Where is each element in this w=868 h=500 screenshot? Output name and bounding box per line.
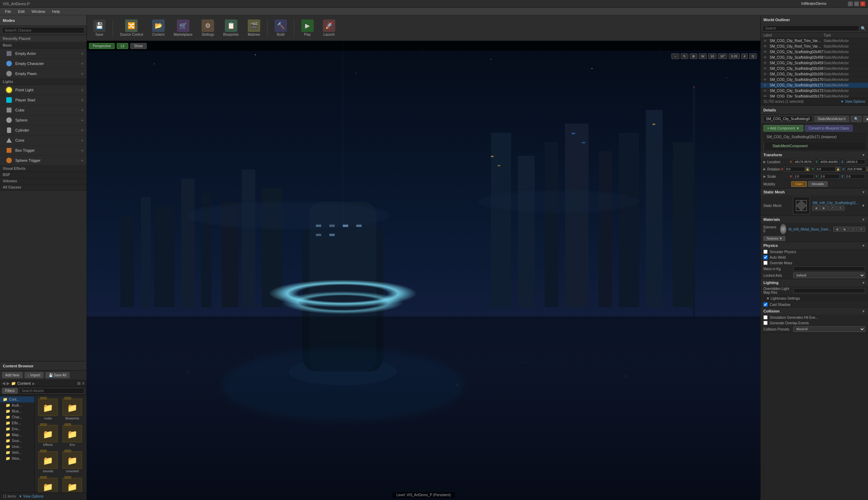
- dp-search-btn[interactable]: 🔍: [851, 116, 861, 122]
- place-item-player-start[interactable]: Player Start +: [0, 95, 87, 105]
- place-item-empty-actor[interactable]: Empty Actor +: [0, 49, 87, 59]
- build-button[interactable]: 🔨 Build: [271, 18, 290, 38]
- wo-row[interactable]: 👁 SM_COG_City_Scaffolding02b173 StaticMe…: [761, 94, 868, 98]
- wo-search-input[interactable]: [763, 25, 859, 31]
- physics-section-header[interactable]: Physics ▼: [761, 242, 868, 249]
- rotation-z-input[interactable]: [845, 167, 866, 172]
- tree-item-effects[interactable]: 📁 Effe...: [0, 420, 34, 426]
- place-item-sphere[interactable]: Sphere +: [0, 115, 87, 125]
- rotation-z-lock-icon[interactable]: 🔒: [866, 167, 868, 172]
- convert-bp-button[interactable]: Convert to Blueprint Class: [805, 125, 853, 132]
- wo-row[interactable]: 👁 SM_COG_City_Scaffolding02b169 StaticMe…: [761, 72, 868, 77]
- menu-help[interactable]: Help: [49, 9, 64, 14]
- mass-kg-input[interactable]: [793, 266, 865, 271]
- static-mesh-component-item[interactable]: StaticMeshComponent: [772, 143, 862, 149]
- content-path[interactable]: Content: [17, 381, 31, 385]
- perspective-btn[interactable]: Perspective: [89, 43, 115, 49]
- tree-item-audio[interactable]: 📁 Audi...: [0, 402, 34, 408]
- collision-presets-select[interactable]: BlockAll NoCollision OverlapAll: [793, 326, 865, 332]
- viewport-num2[interactable]: 10°: [718, 53, 728, 59]
- cast-shadow-checkbox[interactable]: [763, 302, 768, 307]
- dp-actor-name-input[interactable]: [763, 116, 812, 122]
- wo-row[interactable]: 👁 SM_COG_City_Scaffolding02b459 StaticMe…: [761, 60, 868, 66]
- viewport-translate-btn[interactable]: ↔: [671, 53, 679, 59]
- materials-section-header[interactable]: Materials ▼: [761, 216, 868, 223]
- empty-character-add[interactable]: +: [81, 61, 84, 66]
- mat-browse-btn[interactable]: ◀: [833, 227, 841, 232]
- lightmap-res-input[interactable]: [793, 288, 865, 293]
- wo-view-options[interactable]: ▼ View Options: [841, 100, 865, 103]
- mat-use-btn[interactable]: ▶: [841, 227, 849, 232]
- tree-item-blueprints[interactable]: 📁 Blue...: [0, 408, 34, 414]
- close-btn[interactable]: ×: [860, 1, 865, 6]
- collision-section-header[interactable]: Collision ▼: [761, 308, 868, 315]
- mesh-dropdown-icon[interactable]: ▼: [861, 203, 865, 208]
- sphere-trigger-add[interactable]: +: [81, 158, 84, 163]
- override-mass-checkbox[interactable]: [763, 261, 768, 265]
- show-btn[interactable]: Show: [130, 43, 147, 49]
- tree-item-content[interactable]: 📁 Cont...: [0, 397, 34, 402]
- asset-vehicle[interactable]: 📁 Vehicle: [85, 450, 87, 474]
- asset-maps[interactable]: 📁 Maps: [85, 424, 87, 448]
- import-button[interactable]: ↓ Import: [25, 372, 43, 378]
- mat-open-btn[interactable]: ↗: [849, 227, 857, 232]
- wo-row[interactable]: 👁 SM_COG_City_Roof_Trim_VarB_Middle419 S…: [761, 38, 868, 44]
- player-start-add[interactable]: +: [81, 97, 84, 103]
- cb-view-options[interactable]: ▼ View Options: [19, 494, 43, 498]
- mesh-clear-btn[interactable]: ✕: [837, 206, 844, 210]
- mesh-use-btn[interactable]: ▶: [820, 206, 828, 210]
- asset-vehicle2[interactable]: 📁 Vehicle: [37, 476, 59, 492]
- location-y-input[interactable]: [819, 159, 840, 164]
- viewport-num1[interactable]: 10: [708, 53, 716, 59]
- scale-x-input[interactable]: [793, 174, 814, 179]
- add-new-button[interactable]: Add New: [2, 372, 23, 378]
- wo-row-selected[interactable]: 👁 SM_COG_City_Scaffolding02b171 StaticMe…: [761, 83, 868, 88]
- place-item-cube[interactable]: Cube +: [0, 105, 87, 115]
- textures-dropdown-btn[interactable]: Textures ▼: [763, 236, 785, 241]
- location-z-input[interactable]: [844, 159, 865, 164]
- back-btn[interactable]: ◀: [2, 381, 5, 386]
- settings-button[interactable]: ⚙ Settings: [198, 18, 218, 38]
- place-item-empty-pawn[interactable]: Empty Pawn +: [0, 69, 87, 79]
- rotation-y-input[interactable]: [815, 167, 836, 172]
- place-item-sphere-trigger[interactable]: Sphere Trigger +: [0, 156, 87, 166]
- location-x-input[interactable]: [793, 159, 814, 164]
- sphere-add[interactable]: +: [81, 117, 84, 123]
- list-view-btn[interactable]: ≡: [82, 381, 84, 386]
- viewport-world-btn[interactable]: W: [699, 53, 707, 59]
- static-mesh-section-header[interactable]: Static Mesh ▼: [761, 189, 868, 195]
- asset-search-input[interactable]: [19, 388, 84, 394]
- tree-item-vehicle[interactable]: 📁 Vehi...: [0, 450, 34, 456]
- sim-generates-checkbox[interactable]: [763, 315, 768, 319]
- empty-pawn-add[interactable]: +: [81, 71, 84, 76]
- scale-z-input[interactable]: [844, 174, 865, 179]
- wo-row[interactable]: 👁 SM_COG_City_Scaffolding02b458 StaticMe…: [761, 55, 868, 60]
- tree-item-maps[interactable]: 📁 Map...: [0, 432, 34, 438]
- tree-item-weapons[interactable]: 📁 Wea...: [0, 456, 34, 461]
- empty-actor-add[interactable]: +: [81, 51, 84, 56]
- viewport-rotate-btn[interactable]: ↻: [681, 53, 688, 59]
- wo-row[interactable]: 👁 SM_COG_City_Roof_Trim_VarB_Middle420 S…: [761, 44, 868, 49]
- transform-section-header[interactable]: Transform ▼: [761, 151, 868, 158]
- place-item-cylinder[interactable]: Cylinder +: [0, 125, 87, 135]
- static-mobility-btn[interactable]: Static: [791, 181, 807, 187]
- mat-name[interactable]: M_Infil_Metal_Base_Dark...: [788, 227, 831, 231]
- maximize-btn[interactable]: □: [854, 1, 859, 6]
- save-all-button[interactable]: 💾 Save All: [46, 372, 69, 378]
- tree-item-sounds[interactable]: 📁 Sour...: [0, 438, 34, 444]
- viewport-scale-btn[interactable]: ⊞: [690, 53, 697, 59]
- source-control-button[interactable]: 🔀 Source Control: [116, 18, 147, 38]
- lit-btn[interactable]: Lit: [117, 43, 128, 49]
- tree-item-char[interactable]: 📁 Char...: [0, 414, 34, 420]
- place-item-cone[interactable]: Cone +: [0, 135, 87, 145]
- menu-edit[interactable]: Edit: [15, 9, 28, 14]
- asset-sounds[interactable]: 📁 Sounds: [37, 450, 59, 474]
- cone-add[interactable]: +: [81, 138, 84, 143]
- auto-weld-checkbox[interactable]: [763, 255, 768, 259]
- place-item-empty-character[interactable]: Empty Character +: [0, 59, 87, 69]
- mesh-name[interactable]: SM_Infil_City_Scaffolding02...: [812, 201, 859, 205]
- place-item-point-light[interactable]: Point Light +: [0, 85, 87, 95]
- content-button[interactable]: 📂 Content: [149, 18, 168, 38]
- marketplace-button[interactable]: 🛒 Marketplace: [170, 18, 196, 38]
- cube-add[interactable]: +: [81, 107, 84, 113]
